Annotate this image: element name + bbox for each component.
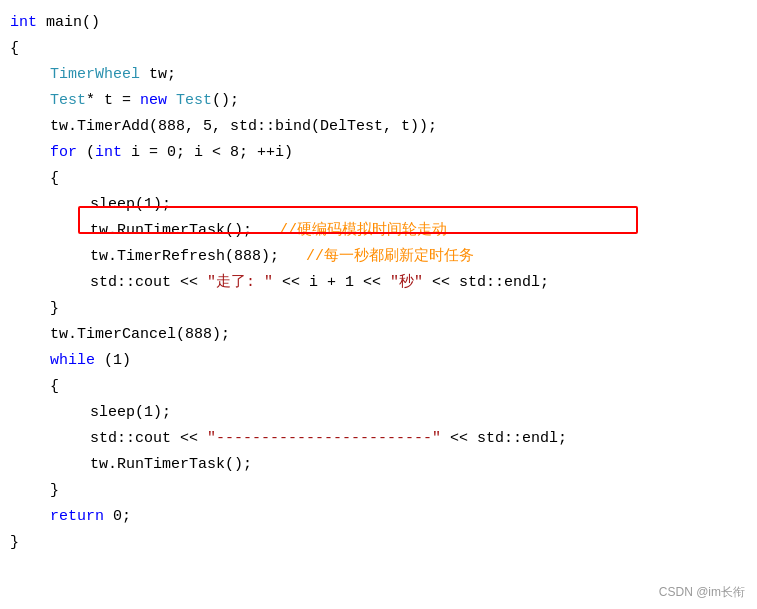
code-line-15: { <box>0 374 757 400</box>
kw-int: int <box>10 10 37 36</box>
code-line-2: { <box>0 36 757 62</box>
code-line-21: } <box>0 530 757 556</box>
code-line-16: sleep(1); <box>0 400 757 426</box>
code-line-13: tw.TimerCancel(888); <box>0 322 757 348</box>
code-line-4: Test* t = new Test(); <box>0 88 757 114</box>
code-line-3: TimerWheel tw; <box>0 62 757 88</box>
code-line-9: tw.RunTimerTask(); //硬编码模拟时间轮走动 <box>0 218 757 244</box>
code-line-17: std::cout << "------------------------" … <box>0 426 757 452</box>
code-line-12: } <box>0 296 757 322</box>
code-line-14: while (1) <box>0 348 757 374</box>
code-line-8: sleep(1); <box>0 192 757 218</box>
code-area: int main() { TimerWheel tw; Test* t = ne… <box>0 0 757 609</box>
watermark: CSDN @im长衔 <box>659 584 745 601</box>
code-line-1: int main() <box>0 10 757 36</box>
code-line-11: std::cout << "走了: " << i + 1 << "秒" << s… <box>0 270 757 296</box>
code-line-19: } <box>0 478 757 504</box>
code-line-20: return 0; <box>0 504 757 530</box>
code-line-5: tw.TimerAdd(888, 5, std::bind(DelTest, t… <box>0 114 757 140</box>
code-line-7: { <box>0 166 757 192</box>
code-line-10: tw.TimerRefresh(888); //每一秒都刷新定时任务 <box>0 244 757 270</box>
code-line-6: for (int i = 0; i < 8; ++i) <box>0 140 757 166</box>
code-line-18: tw.RunTimerTask(); <box>0 452 757 478</box>
